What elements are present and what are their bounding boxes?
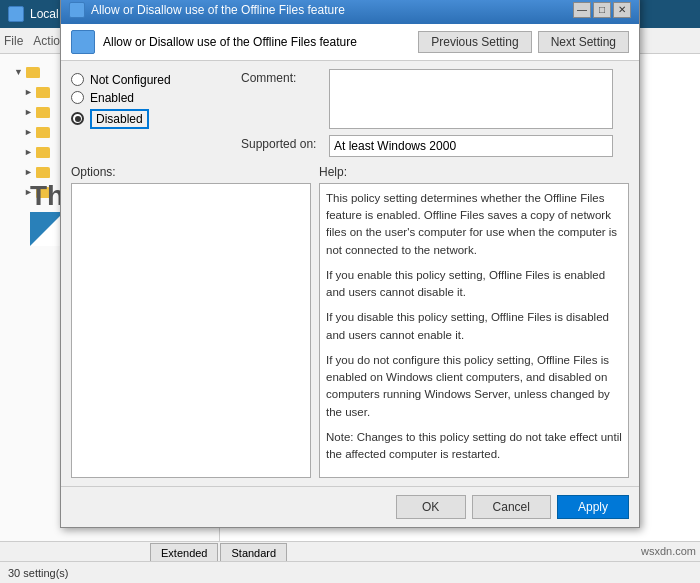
prev-setting-button[interactable]: Previous Setting [418,31,531,53]
help-label: Help: [319,165,629,179]
radio-disabled[interactable]: Disabled [71,109,231,129]
radio-input-enabled[interactable] [71,91,84,104]
dialog-body: Not Configured Enabled Dis [61,61,639,487]
dialog-title-bar: Allow or Disallow use of the Offline Fil… [61,0,639,24]
radio-label-disabled: Disabled [96,112,143,126]
comment-textarea[interactable] [329,69,613,129]
comment-row: Comment: [241,69,629,129]
help-text-3: If you disable this policy setting, Offl… [326,309,622,344]
help-text-5: Note: Changes to this policy setting do … [326,429,622,464]
radio-dot-disabled [75,116,81,122]
radio-input-disabled[interactable] [71,112,84,125]
upper-content: Not Configured Enabled Dis [71,69,629,157]
help-box[interactable]: This policy setting determines whether t… [319,183,629,479]
options-panel: Options: [71,165,311,479]
apply-button[interactable]: Apply [557,495,629,519]
radio-label-not-configured: Not Configured [90,73,171,87]
supported-box: At least Windows 2000 [329,135,613,157]
dialog-title-icon [69,2,85,18]
comment-label: Comment: [241,69,321,85]
dialog-header-title: Allow or Disallow use of the Offline Fil… [103,35,357,49]
radio-group-container: Not Configured Enabled Dis [71,69,231,157]
lower-content: Options: Help: This policy setting deter… [71,165,629,479]
disabled-box: Disabled [90,109,149,129]
radio-enabled[interactable]: Enabled [71,91,231,105]
options-label: Options: [71,165,311,179]
radio-label-enabled: Enabled [90,91,134,105]
supported-value: At least Windows 2000 [334,139,456,153]
help-text-1: This policy setting determines whether t… [326,190,622,259]
dialog-title-text: Allow or Disallow use of the Offline Fil… [91,3,567,17]
modal-overlay: Allow or Disallow use of the Offline Fil… [0,0,700,583]
close-button[interactable]: ✕ [613,2,631,18]
help-text-2: If you enable this policy setting, Offli… [326,267,622,302]
dialog-header-icon [71,30,95,54]
radio-not-configured[interactable]: Not Configured [71,73,231,87]
next-setting-button[interactable]: Next Setting [538,31,629,53]
help-panel: Help: This policy setting determines whe… [319,165,629,479]
dialog-footer: OK Cancel Apply [61,486,639,527]
radio-group: Not Configured Enabled Dis [71,73,231,129]
policy-dialog: Allow or Disallow use of the Offline Fil… [60,0,640,528]
ok-button[interactable]: OK [396,495,466,519]
radio-input-not-configured[interactable] [71,73,84,86]
right-panel: Comment: Supported on: At least Windows … [241,69,629,157]
help-text-4: If you do not configure this policy sett… [326,352,622,421]
options-box [71,183,311,479]
supported-label: Supported on: [241,135,321,151]
dialog-header: Allow or Disallow use of the Offline Fil… [61,24,639,61]
supported-row: Supported on: At least Windows 2000 [241,135,629,157]
cancel-button[interactable]: Cancel [472,495,551,519]
dialog-nav-buttons: Previous Setting Next Setting [418,31,629,53]
dialog-title-buttons: — □ ✕ [573,2,631,18]
maximize-button[interactable]: □ [593,2,611,18]
minimize-button[interactable]: — [573,2,591,18]
